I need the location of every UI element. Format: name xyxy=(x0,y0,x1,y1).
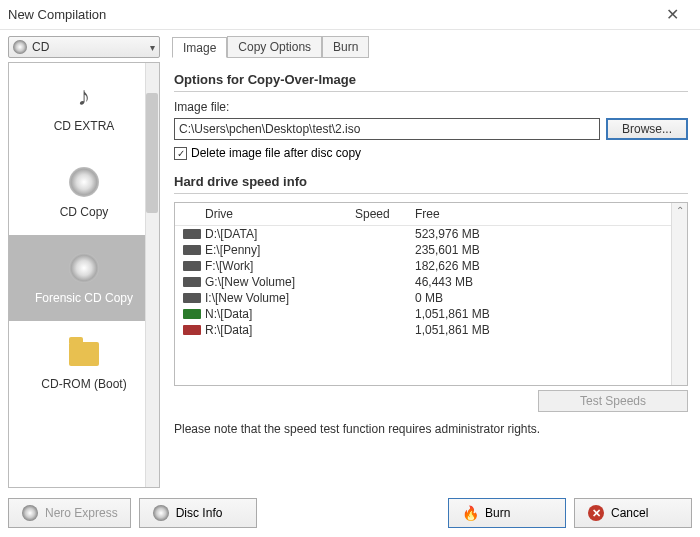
nero-icon xyxy=(21,504,39,522)
disc-type-label: CD xyxy=(32,40,150,54)
main-panel: Options for Copy-Over-Image Image file: … xyxy=(168,62,692,488)
drive-free: 182,626 MB xyxy=(415,259,681,273)
col-speed-header[interactable]: Speed xyxy=(355,207,415,221)
burn-button[interactable]: 🔥 Burn xyxy=(448,498,566,528)
col-drive-header[interactable]: Drive xyxy=(205,207,355,221)
drives-header: Drive Speed Free xyxy=(175,203,687,226)
drive-name: F:\[Work] xyxy=(205,259,355,273)
drive-free: 523,976 MB xyxy=(415,227,681,241)
drive-name: I:\[New Volume] xyxy=(205,291,355,305)
drive-icon xyxy=(183,293,201,303)
disc-type-combo[interactable]: CD ▾ xyxy=(8,36,160,58)
drive-free: 0 MB xyxy=(415,291,681,305)
drives-scrollbar[interactable]: ⌃ xyxy=(671,203,687,385)
titlebar: New Compilation ✕ xyxy=(0,0,700,30)
sidebar-item-cd-copy[interactable]: CD Copy xyxy=(9,149,159,235)
drive-free: 235,601 MB xyxy=(415,243,681,257)
drive-icon xyxy=(183,277,201,287)
drive-icon xyxy=(183,245,201,255)
tabs: Image Copy Options Burn xyxy=(172,36,369,58)
browse-button[interactable]: Browse... xyxy=(606,118,688,140)
drive-icon xyxy=(183,261,201,271)
test-speeds-button[interactable]: Test Speeds xyxy=(538,390,688,412)
sidebar-scrollbar[interactable] xyxy=(145,63,159,487)
disc-info-icon xyxy=(152,504,170,522)
folder-boot-icon xyxy=(67,337,101,371)
drive-name: R:\[Data] xyxy=(205,323,355,337)
admin-note: Please note that the speed test function… xyxy=(174,422,688,436)
scroll-up-icon[interactable]: ⌃ xyxy=(672,203,687,219)
drive-icon xyxy=(183,325,201,335)
tab-burn[interactable]: Burn xyxy=(322,36,369,57)
disc-forensic-icon xyxy=(67,251,101,285)
nero-express-button[interactable]: Nero Express xyxy=(8,498,131,528)
cancel-button[interactable]: ✕ Cancel xyxy=(574,498,692,528)
drive-row[interactable]: R:\[Data]1,051,861 MB xyxy=(175,322,687,338)
music-note-icon: ♪ xyxy=(67,79,101,113)
footer: Nero Express Disc Info 🔥 Burn ✕ Cancel xyxy=(0,492,700,534)
drive-icon xyxy=(183,229,201,239)
disc-copy-icon xyxy=(67,165,101,199)
drive-name: G:\[New Volume] xyxy=(205,275,355,289)
drive-free: 46,443 MB xyxy=(415,275,681,289)
sidebar-item-cd-extra[interactable]: ♪ CD EXTRA xyxy=(9,63,159,149)
image-file-input[interactable] xyxy=(174,118,600,140)
drive-icon xyxy=(183,309,201,319)
delete-checkbox[interactable]: ✓ xyxy=(174,147,187,160)
drives-heading: Hard drive speed info xyxy=(174,174,688,189)
drive-row[interactable]: F:\[Work]182,626 MB xyxy=(175,258,687,274)
drive-row[interactable]: G:\[New Volume]46,443 MB xyxy=(175,274,687,290)
cancel-icon: ✕ xyxy=(587,504,605,522)
drive-free: 1,051,861 MB xyxy=(415,323,681,337)
delete-checkbox-label: Delete image file after disc copy xyxy=(191,146,361,160)
disc-info-button[interactable]: Disc Info xyxy=(139,498,257,528)
disc-icon xyxy=(13,40,27,54)
col-free-header[interactable]: Free xyxy=(415,207,681,221)
drive-row[interactable]: D:\[DATA]523,976 MB xyxy=(175,226,687,242)
toolbar: CD ▾ Image Copy Options Burn xyxy=(0,30,700,62)
tab-copy-options[interactable]: Copy Options xyxy=(227,36,322,57)
drive-name: D:\[DATA] xyxy=(205,227,355,241)
drive-name: N:\[Data] xyxy=(205,307,355,321)
drive-free: 1,051,861 MB xyxy=(415,307,681,321)
close-icon[interactable]: ✕ xyxy=(652,5,692,24)
drive-row[interactable]: I:\[New Volume]0 MB xyxy=(175,290,687,306)
window-title: New Compilation xyxy=(8,7,652,22)
flame-icon: 🔥 xyxy=(461,504,479,522)
sidebar-item-cd-rom-boot[interactable]: CD-ROM (Boot) xyxy=(9,321,159,407)
sidebar: ♪ CD EXTRA CD Copy Forensic CD Copy CD-R… xyxy=(8,62,160,488)
sidebar-item-forensic-cd-copy[interactable]: Forensic CD Copy xyxy=(9,235,159,321)
drive-row[interactable]: E:\[Penny]235,601 MB xyxy=(175,242,687,258)
drive-name: E:\[Penny] xyxy=(205,243,355,257)
chevron-down-icon: ▾ xyxy=(150,42,155,53)
tab-image[interactable]: Image xyxy=(172,37,227,58)
drive-row[interactable]: N:\[Data]1,051,861 MB xyxy=(175,306,687,322)
options-heading: Options for Copy-Over-Image xyxy=(174,72,688,87)
drives-list: Drive Speed Free D:\[DATA]523,976 MBE:\[… xyxy=(174,202,688,386)
image-file-label: Image file: xyxy=(174,100,688,114)
